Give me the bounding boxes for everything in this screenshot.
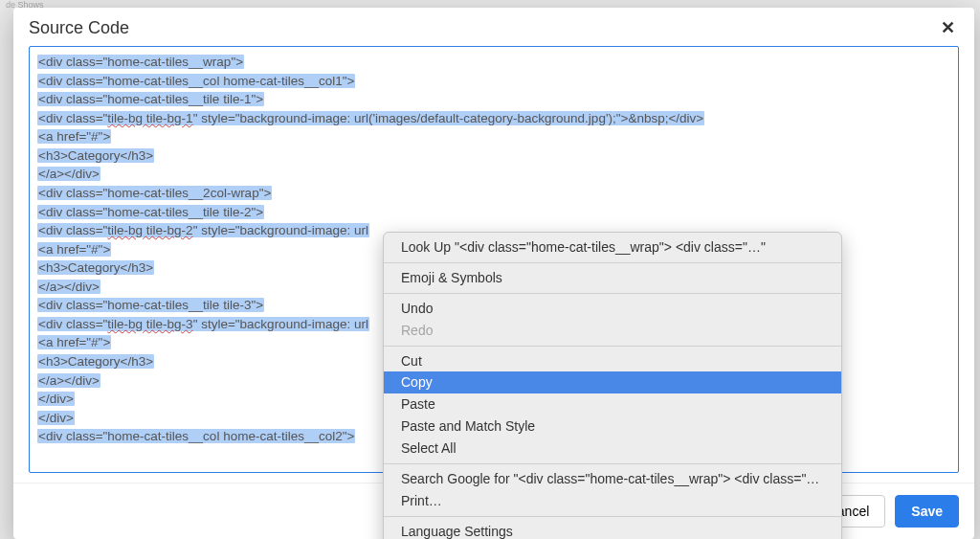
ctx-lookup[interactable]: Look Up "<div class="home-cat-tiles__wra… [384, 236, 841, 258]
code-line: <h3>Category</h3> [37, 146, 950, 166]
modal-header: Source Code ✕ [13, 8, 974, 46]
ctx-sep [384, 262, 841, 263]
code-line: </a></div> [37, 165, 950, 184]
ctx-redo: Redo [384, 320, 841, 342]
ctx-paste-match[interactable]: Paste and Match Style [384, 415, 841, 438]
close-button[interactable]: ✕ [937, 17, 959, 38]
ctx-search-google[interactable]: Search Google for "<div class="home-cat-… [384, 468, 841, 490]
code-line: <a href="#"> [37, 127, 950, 146]
context-menu: Look Up "<div class="home-cat-tiles__wra… [383, 232, 842, 539]
close-icon: ✕ [941, 18, 955, 37]
ctx-print[interactable]: Print… [384, 490, 841, 512]
ctx-sep [384, 463, 841, 464]
code-line: <div class="home-cat-tiles__tile tile-2"… [37, 203, 950, 222]
save-button[interactable]: Save [895, 495, 959, 528]
ctx-sep [384, 293, 841, 294]
code-line: <div class="home-cat-tiles__tile tile-1"… [37, 90, 950, 109]
code-line: <div class="tile-bg tile-bg-1" style="ba… [37, 109, 950, 128]
ctx-undo[interactable]: Undo [384, 298, 841, 320]
code-line: <div class="home-cat-tiles__wrap"> [37, 53, 950, 72]
ctx-sep [384, 516, 841, 517]
ctx-paste[interactable]: Paste [384, 393, 841, 415]
code-line: <div class="home-cat-tiles__2col-wrap"> [37, 184, 950, 203]
ctx-emoji[interactable]: Emoji & Symbols [384, 267, 841, 289]
ctx-select-all[interactable]: Select All [384, 438, 841, 460]
ctx-sep [384, 346, 841, 347]
ctx-cut[interactable]: Cut [384, 350, 841, 372]
ctx-language-settings[interactable]: Language Settings [384, 521, 841, 539]
code-line: <div class="home-cat-tiles__col home-cat… [37, 72, 950, 91]
background-breadcrumb: de Shows [0, 0, 980, 8]
ctx-copy[interactable]: Copy [384, 371, 841, 393]
modal-title: Source Code [29, 18, 129, 38]
